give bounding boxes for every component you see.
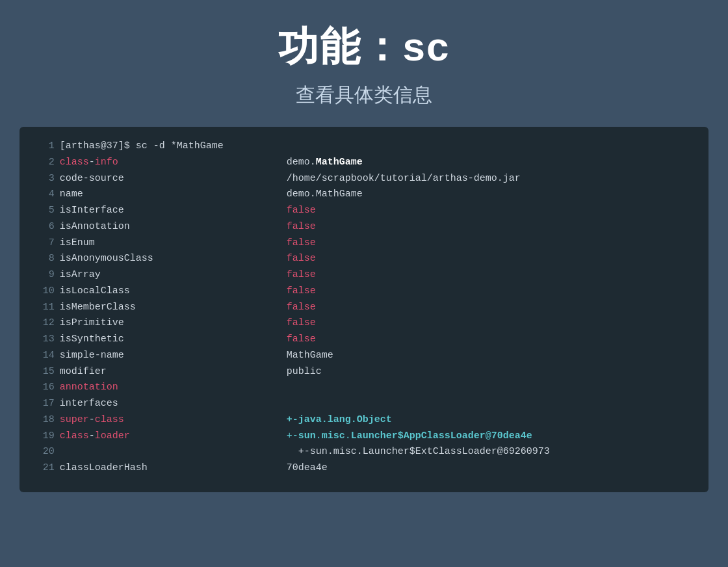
line-number: 18 (30, 412, 57, 429)
code-val-cell: false (261, 203, 696, 219)
code-table: 1[arthas@37]$ sc -d *MathGame2class-info… (30, 138, 696, 477)
code-key-cell: isAnnotation (57, 219, 261, 235)
code-val-cell: false (261, 300, 696, 316)
table-row: 3code-source/home/scrapbook/tutorial/art… (30, 171, 696, 187)
header-section: 功能：sc 查看具体类信息 (0, 0, 728, 122)
line-number: 4 (30, 187, 57, 203)
line-number: 6 (30, 219, 57, 235)
line-number: 8 (30, 251, 57, 267)
line-number: 13 (30, 332, 57, 348)
code-key-cell: code-source (57, 171, 261, 187)
table-row: 20 +-sun.misc.Launcher$ExtClassLoader@69… (30, 444, 696, 460)
table-row: 6isAnnotationfalse (30, 219, 696, 235)
code-val-cell: demo.MathGame (261, 187, 696, 203)
code-key-cell: isSynthetic (57, 332, 261, 348)
line-number: 12 (30, 315, 57, 332)
code-key-cell: isPrimitive (57, 315, 261, 332)
table-row: 4namedemo.MathGame (30, 187, 696, 203)
code-val-cell: false (261, 235, 696, 252)
table-row: 9isArrayfalse (30, 267, 696, 284)
table-row: 1[arthas@37]$ sc -d *MathGame (30, 138, 696, 155)
code-val-cell: MathGame (261, 348, 696, 364)
terminal-container: 1[arthas@37]$ sc -d *MathGame2class-info… (20, 127, 708, 492)
code-key-cell: annotation (57, 380, 261, 396)
code-key-cell: classLoaderHash (57, 460, 261, 477)
line-number: 1 (30, 138, 57, 155)
code-key-cell: super-class (57, 412, 261, 429)
line-number: 5 (30, 203, 57, 219)
table-row: 21classLoaderHash70dea4e (30, 460, 696, 477)
code-val-cell: public (261, 364, 696, 380)
line-number: 10 (30, 284, 57, 300)
code-key-cell: isAnonymousClass (57, 251, 261, 267)
line-number: 11 (30, 300, 57, 316)
line-number: 14 (30, 348, 57, 364)
line-number: 16 (30, 380, 57, 396)
line-number: 19 (30, 429, 57, 445)
code-val-cell (261, 380, 696, 396)
table-row: 18super-class+-java.lang.Object (30, 412, 696, 429)
line-number: 9 (30, 267, 57, 284)
table-row: 15modifierpublic (30, 364, 696, 380)
code-val-cell: false (261, 284, 696, 300)
table-row: 16annotation (30, 380, 696, 396)
code-key-cell: modifier (57, 364, 261, 380)
code-key-cell: isInterface (57, 203, 261, 219)
code-key-cell: name (57, 187, 261, 203)
table-row: 11isMemberClassfalse (30, 300, 696, 316)
table-row: 19class-loader+-sun.misc.Launcher$AppCla… (30, 429, 696, 445)
table-row: 5isInterfacefalse (30, 203, 696, 219)
line-number: 15 (30, 364, 57, 380)
code-val-cell: false (261, 332, 696, 348)
table-row: 7isEnumfalse (30, 235, 696, 252)
code-key-cell: [arthas@37]$ sc -d *MathGame (57, 138, 696, 155)
table-row: 10isLocalClassfalse (30, 284, 696, 300)
table-row: 14simple-nameMathGame (30, 348, 696, 364)
code-val-cell: +-sun.misc.Launcher$AppClassLoader@70dea… (261, 429, 696, 445)
code-val-cell: +-sun.misc.Launcher$ExtClassLoader@69260… (261, 444, 696, 460)
code-val-cell: false (261, 219, 696, 235)
code-key-cell: simple-name (57, 348, 261, 364)
line-number: 21 (30, 460, 57, 477)
code-val-cell: false (261, 315, 696, 332)
table-row: 17interfaces (30, 396, 696, 412)
line-number: 7 (30, 235, 57, 252)
code-val-cell: 70dea4e (261, 460, 696, 477)
code-key-cell: interfaces (57, 396, 261, 412)
code-key-cell: isMemberClass (57, 300, 261, 316)
line-number: 20 (30, 444, 57, 460)
code-val-cell: false (261, 267, 696, 284)
line-number: 17 (30, 396, 57, 412)
code-key-cell: isEnum (57, 235, 261, 252)
code-val-cell: demo.MathGame (261, 155, 696, 171)
code-key-cell: isLocalClass (57, 284, 261, 300)
code-val-cell (261, 396, 696, 412)
line-number: 3 (30, 171, 57, 187)
code-key-cell (57, 444, 261, 460)
code-val-cell: +-java.lang.Object (261, 412, 696, 429)
code-val-cell: false (261, 251, 696, 267)
code-key-cell: class-info (57, 155, 261, 171)
main-title: 功能：sc (0, 20, 728, 74)
line-number: 2 (30, 155, 57, 171)
table-row: 8isAnonymousClassfalse (30, 251, 696, 267)
table-row: 13isSyntheticfalse (30, 332, 696, 348)
code-key-cell: isArray (57, 267, 261, 284)
sub-title: 查看具体类信息 (0, 82, 728, 109)
code-val-cell: /home/scrapbook/tutorial/arthas-demo.jar (261, 171, 696, 187)
table-row: 12isPrimitivefalse (30, 315, 696, 332)
code-key-cell: class-loader (57, 429, 261, 445)
table-row: 2class-infodemo.MathGame (30, 155, 696, 171)
